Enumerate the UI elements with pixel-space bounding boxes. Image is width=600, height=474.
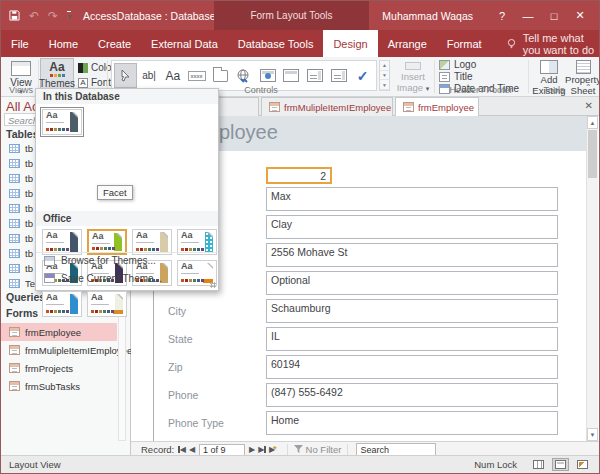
maximize-button[interactable]: □ [541,1,567,30]
no-filter-button[interactable]: No Filter [287,444,349,456]
logo-button[interactable]: Logo [439,59,476,70]
form-icon [9,345,20,355]
undo-icon[interactable]: ↶ [29,10,39,22]
record-position[interactable]: 1 of 9 [199,444,245,456]
user-name[interactable]: Muhammad Waqas [382,10,473,22]
theme-card[interactable]: Aa [42,291,82,317]
ribbon-tab-external-data[interactable]: External Data [141,30,228,57]
form-vertical-scrollbar[interactable]: ▲ ▼ [586,116,598,441]
nav-form-item[interactable]: frmMulipleItemIEmployee [1,341,117,359]
nav-form-item[interactable]: frmSubTasks [1,377,117,395]
help-button[interactable]: ? [489,1,515,30]
previous-record-icon[interactable]: ◀ [189,446,195,454]
nav-form-item[interactable]: frmProjects [1,359,117,377]
ribbon-tab-arrange[interactable]: Arrange [378,30,437,57]
lightbulb-icon [506,38,517,49]
save-icon[interactable] [9,7,20,25]
add-fields-icon [540,60,558,74]
scroll-down-icon[interactable]: ▼ [587,428,598,441]
form-field-value[interactable]: 2556 Mohave St [266,243,558,267]
access-window: ↶ ↷ ▾ AccessDatabase : Database- C:\User… [0,0,600,474]
tables-section-header[interactable]: Tables [6,128,38,140]
ribbon-tab-database-tools[interactable]: Database Tools [228,30,324,57]
nav-form-item[interactable]: frmEmployee [1,323,117,341]
ribbon-tab-design[interactable]: Design [323,30,377,57]
table-icon [9,174,20,183]
queries-section-header[interactable]: Queries [6,291,45,303]
table-icon [9,204,20,213]
fonts-icon: A [78,78,88,88]
forms-section-header[interactable]: Forms [6,307,38,319]
form-field-value[interactable]: Max [266,187,558,211]
minimize-button[interactable]: — [515,1,541,30]
tell-me-label: Tell me what you want to do [523,32,599,56]
form-icon [403,102,414,112]
tools-group-label: Tools [529,85,579,95]
header-footer-group-label: Header / Footer [436,85,526,95]
form-icon [9,327,20,337]
dropdown-resize-grip[interactable] [210,282,216,288]
table-icon [9,264,20,273]
theme-tooltip: Facet [97,185,133,200]
close-document-icon[interactable]: ✕ [585,100,593,111]
close-button[interactable]: ✕ [567,1,593,30]
table-icon [9,249,20,258]
theme-card[interactable]: Aa [42,109,82,135]
form-field-value[interactable]: Optional [266,271,558,295]
form-field-value[interactable]: Clay [266,215,558,239]
form-field-value[interactable]: Schaumburg [266,299,558,323]
ribbon-tab-format[interactable]: Format [437,30,492,57]
collapse-ribbon-icon[interactable]: ⌃ [585,83,592,92]
form-view-button[interactable] [530,458,547,471]
form-field-value[interactable]: (847) 555-6492 [266,383,558,407]
first-record-icon[interactable]: ◀ [178,446,186,454]
form-icon [269,102,280,112]
form-field-label: City [168,305,186,317]
table-icon [9,234,20,243]
browse-for-themes-item[interactable]: Browse for Themes... [36,252,218,268]
theme-card[interactable]: Aa [87,291,127,317]
scrollbar-thumb[interactable] [588,130,597,178]
themes-icon-chips [50,74,65,77]
table-icon [9,219,20,228]
form-field-value[interactable]: IL [266,327,558,351]
next-record-icon[interactable]: ▶ [249,446,255,454]
filter-icon [294,445,303,454]
layout-view-button[interactable] [552,458,569,471]
logo-icon [439,60,450,70]
table-icon [9,144,20,153]
new-record-icon[interactable]: ▶* [269,445,277,454]
table-icon [9,189,20,198]
doc-tab[interactable]: frmMulipleItemIEmployee [261,97,393,116]
redo-icon[interactable]: ↷ [48,10,58,22]
scroll-up-icon[interactable]: ▲ [587,116,598,129]
gallery-scroll-up-icon[interactable]: ▲ [380,61,389,71]
last-record-icon[interactable]: ▶ [258,446,266,454]
customize-qat-icon[interactable]: ▾ [67,11,71,21]
title-button[interactable]: Title [439,71,473,82]
ribbon-tab-file[interactable]: File [1,30,39,57]
forms-list: frmEmployeefrmMulipleItemIEmployeefrmPro… [1,323,117,395]
design-view-button[interactable] [574,458,591,471]
form-field-label: State [168,333,193,345]
gallery-scroll-down-icon[interactable]: ▼ [380,71,389,81]
save-current-theme-item[interactable]: Save Current Theme... [36,270,218,286]
ribbon-tabs: FileHomeCreateExternal DataDatabase Tool… [1,30,492,57]
ribbon-tab-row: FileHomeCreateExternal DataDatabase Tool… [1,30,599,57]
form-field-value[interactable]: 60194 [266,355,558,379]
table-icon [9,279,20,288]
form-field-id[interactable]: 2 [266,167,332,184]
table-icon [9,159,20,168]
status-view-label: Layout View [9,459,61,470]
record-label: Record: [141,444,174,455]
doc-tab[interactable]: frmEmployee [395,97,479,116]
office-header: Office [36,211,218,226]
themes-icon: Aa [49,61,64,73]
form-field-value[interactable]: Home [266,411,558,435]
ribbon-tab-home[interactable]: Home [39,30,88,57]
title-icon [439,72,450,82]
tell-me-box[interactable]: Tell me what you want to do [506,30,599,57]
form-field-label: Phone Type [168,417,224,429]
ribbon-tab-create[interactable]: Create [88,30,141,57]
colors-icon [78,63,88,73]
